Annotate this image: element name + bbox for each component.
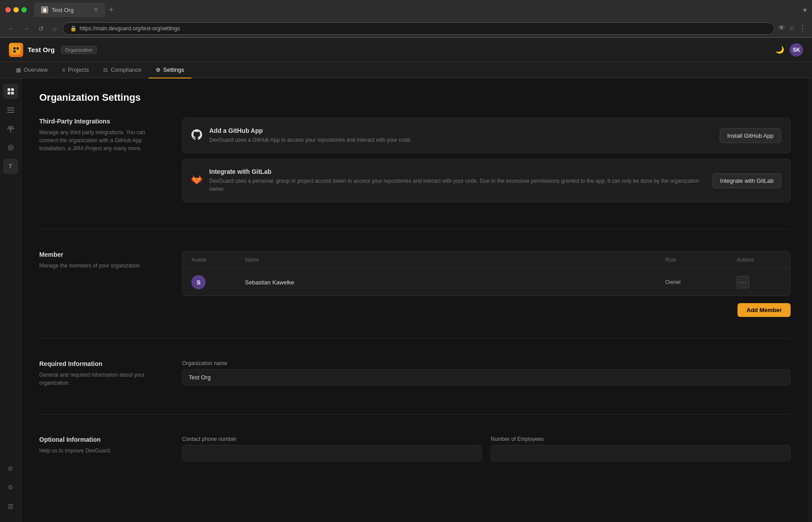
browser-dropdown-icon: ▾ [803, 6, 807, 14]
compliance-icon: ⚖ [103, 67, 108, 73]
gitlab-desc: DevGuard uses a personal, group or proje… [209, 177, 705, 193]
member-avatar: S [191, 275, 206, 289]
right-scrollbar [808, 78, 812, 522]
svg-rect-7 [11, 92, 14, 95]
required-info-text: General and required information about y… [39, 371, 164, 387]
sidebar-settings2-icon[interactable]: ⚙ [3, 480, 18, 495]
tab-projects-label: Projects [68, 66, 89, 73]
org-name-label: Organization name [182, 360, 791, 366]
reload-button[interactable]: ↺ [36, 23, 46, 34]
add-member-button[interactable]: Add Member [737, 303, 791, 317]
sidebar-item-gear[interactable] [3, 140, 18, 155]
back-button[interactable]: ← [5, 23, 17, 34]
github-desc: DevGuard uses a GitHub App to access you… [209, 136, 713, 144]
svg-rect-1 [13, 47, 16, 49]
tab-overview-label: Overview [24, 66, 48, 73]
top-nav-right: 🌙 SK [775, 43, 803, 57]
home-button[interactable]: ⌂ [50, 23, 59, 34]
phone-input[interactable] [182, 445, 482, 461]
user-avatar[interactable]: SK [790, 43, 803, 57]
dark-mode-toggle[interactable]: 🌙 [775, 45, 784, 54]
github-integration-card: Add a GitHub App DevGuard uses a GitHub … [182, 118, 791, 153]
projects-icon: ≡ [62, 67, 65, 73]
table-header: Avatar Name Role Actions [182, 251, 790, 269]
github-info: Add a GitHub App DevGuard uses a GitHub … [209, 127, 713, 144]
eye-icon: 👁 [778, 24, 785, 33]
overview-icon: ▦ [16, 67, 21, 73]
member-actions-button[interactable]: ⋯ [737, 276, 749, 288]
tab-close-button[interactable]: ✕ [94, 7, 98, 13]
sidebar-item-chart[interactable] [3, 84, 18, 99]
member-name: Sebastian Kawelke [245, 279, 665, 286]
install-github-app-button[interactable]: Install GitHub App [720, 128, 781, 143]
sidebar-item-list[interactable] [3, 103, 18, 118]
gitlab-info: Integrate with GitLab DevGuard uses a pe… [209, 168, 705, 193]
tab-title: Test Org [52, 7, 74, 13]
svg-rect-6 [8, 92, 10, 95]
sidebar-item-team[interactable]: T [3, 159, 18, 174]
browser-chrome: 📋 Test Org ✕ + ▾ ← → ↺ ⌂ 🔒 https://main.… [0, 0, 812, 38]
tab-compliance[interactable]: ⚖ Compliance [96, 62, 149, 78]
github-title: Add a GitHub App [209, 127, 713, 134]
org-name: Test Org [28, 46, 55, 53]
main-nav-tabs: ▦ Overview ≡ Projects ⚖ Compliance ⚙ Set… [0, 62, 812, 78]
member-avatar-initials: S [197, 279, 201, 286]
tab-settings[interactable]: ⚙ Settings [149, 62, 191, 78]
sidebar-settings-icon[interactable]: ⚙ [3, 461, 18, 476]
new-tab-button[interactable]: + [107, 5, 116, 15]
optional-info-section: Optional Information Help us to improve … [39, 436, 791, 490]
body-layout: T ⚙ ⚙ ▥ Organization Settings Third-Part… [0, 78, 812, 522]
employees-label: Number of Employees [491, 436, 791, 442]
member-actions-cell: ⋯ [737, 276, 781, 288]
col-avatar: Avatar [191, 257, 245, 263]
minimize-window-button[interactable] [13, 7, 19, 12]
optional-info-text: Help us to improve DevGuard. [39, 447, 164, 455]
member-avatar-cell: S [191, 275, 245, 289]
app-container: Test Org Organization 🌙 SK ▦ Overview ≡ … [0, 38, 812, 522]
svg-point-16 [10, 147, 12, 148]
org-badge: Organization [61, 46, 97, 54]
members-content: Avatar Name Role Actions S Sebastian [182, 251, 791, 317]
browser-nav: ← → ↺ ⌂ 🔒 https://main.devguard.org/test… [0, 20, 812, 37]
optional-info-description: Optional Information Help us to improve … [39, 436, 164, 469]
employees-input[interactable] [491, 445, 791, 461]
tab-projects[interactable]: ≡ Projects [55, 62, 96, 78]
employees-field-group: Number of Employees [491, 436, 791, 461]
forward-button[interactable]: → [21, 23, 32, 34]
svg-rect-10 [7, 112, 14, 113]
sidebar-bottom: ⚙ ⚙ ▥ [3, 461, 18, 517]
left-sidebar: T ⚙ ⚙ ▥ [0, 78, 21, 522]
address-bar[interactable]: 🔒 https://main.devguard.org/test-org/set… [62, 22, 775, 35]
svg-rect-4 [8, 88, 10, 91]
optional-form-row: Contact phone number Number of Employees [182, 436, 791, 469]
integrate-gitlab-button[interactable]: Integrate with GitLab [713, 173, 781, 188]
star-icon[interactable]: ☆ [789, 24, 795, 33]
maximize-window-button[interactable] [21, 7, 27, 12]
optional-info-content: Contact phone number Number of Employees [182, 436, 791, 469]
url-text: https://main.devguard.org/test-org/setti… [79, 25, 180, 32]
svg-rect-3 [13, 50, 16, 53]
required-info-content: Organization name [182, 360, 791, 393]
required-info-description: Required Information General and require… [39, 360, 164, 393]
tab-overview[interactable]: ▦ Overview [9, 62, 55, 78]
integrations-title: Third-Party Integrations [39, 118, 164, 125]
traffic-lights [5, 7, 27, 12]
gitlab-title: Integrate with GitLab [209, 168, 705, 175]
page-title: Organization Settings [39, 92, 791, 103]
org-name-input[interactable] [182, 369, 791, 386]
col-actions: Actions [737, 257, 781, 263]
svg-point-13 [8, 126, 10, 128]
browser-more-button[interactable]: ⋮ [799, 24, 807, 33]
browser-tab-active[interactable]: 📋 Test Org ✕ [34, 3, 105, 17]
tab-settings-label: Settings [163, 66, 184, 73]
gitlab-integration-card: Integrate with GitLab DevGuard uses a pe… [182, 159, 791, 202]
tab-bar: 📋 Test Org ✕ + [34, 3, 800, 17]
svg-rect-8 [7, 107, 14, 108]
required-info-title: Required Information [39, 360, 164, 367]
sidebar-item-scale[interactable] [3, 121, 18, 136]
sidebar-panel-icon[interactable]: ▥ [3, 498, 18, 514]
close-window-button[interactable] [5, 7, 11, 12]
main-content: Organization Settings Third-Party Integr… [21, 78, 808, 522]
svg-rect-0 [12, 45, 21, 54]
team-label: T [9, 163, 12, 169]
